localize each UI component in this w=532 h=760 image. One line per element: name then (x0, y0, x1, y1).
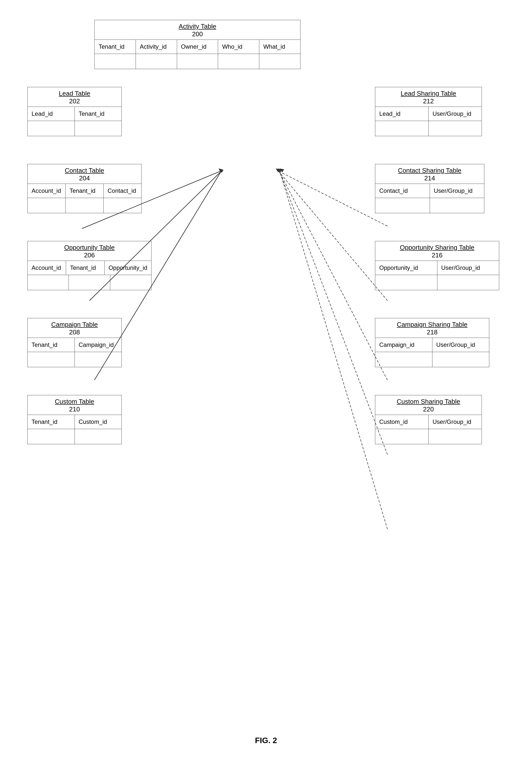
lead-table-number: 202 (29, 97, 119, 105)
activity-table-title: Activity Table (97, 23, 298, 30)
data-cell (177, 54, 218, 69)
svg-marker-4 (220, 169, 224, 173)
opportunity-sharing-table-header: Opportunity Sharing Table 216 (375, 241, 499, 261)
custom-sharing-table: Custom Sharing Table 220 Custom_id User/… (375, 395, 482, 444)
col-lead-id: Lead_id (27, 107, 75, 121)
activity-table-row (95, 54, 300, 69)
campaign-sharing-table-title: Campaign Sharing Table (377, 321, 487, 328)
data-cell (375, 352, 432, 367)
data-cell (429, 429, 482, 444)
data-cell (136, 54, 177, 69)
data-cell (27, 352, 75, 367)
data-cell (75, 121, 122, 136)
data-cell (27, 429, 75, 444)
custom-table-header: Custom Table 210 (27, 395, 121, 415)
col-owner-id: Owner_id (177, 40, 218, 54)
col-campaign-id: Campaign_id (75, 338, 122, 352)
col-user-group-id: User/Group_id (429, 107, 482, 121)
custom-table-number: 210 (29, 405, 119, 413)
campaign-table: Campaign Table 208 Tenant_id Campaign_id (27, 318, 122, 367)
col-who-id: Who_id (218, 40, 259, 54)
col-user-group-id: User/Group_id (429, 415, 482, 429)
data-cell (27, 121, 75, 136)
col-user-group-id: User/Group_id (432, 338, 489, 352)
lead-sharing-table-header: Lead Sharing Table 212 (375, 87, 482, 107)
col-lead-id: Lead_id (375, 107, 429, 121)
campaign-sharing-table-columns: Campaign_id User/Group_id (375, 338, 489, 352)
contact-table: Contact Table 204 Account_id Tenant_id C… (27, 164, 142, 213)
col-custom-id: Custom_id (375, 415, 429, 429)
opportunity-table-number: 206 (29, 252, 149, 259)
data-cell (375, 198, 430, 213)
col-user-group-id: User/Group_id (430, 184, 484, 198)
col-campaign-id: Campaign_id (375, 338, 432, 352)
data-cell (259, 54, 300, 69)
data-cell (375, 121, 429, 136)
lead-sharing-table-number: 212 (377, 97, 480, 105)
activity-table-columns: Tenant_id Activity_id Owner_id Who_id Wh… (95, 40, 300, 54)
contact-table-title: Contact Table (29, 167, 139, 174)
custom-sharing-table-row (375, 429, 482, 444)
lead-sharing-table: Lead Sharing Table 212 Lead_id User/Grou… (375, 87, 482, 136)
col-account-id: Account_id (27, 261, 66, 275)
figure-caption: FIG. 2 (255, 736, 277, 745)
col-tenant-id: Tenant_id (27, 338, 75, 352)
contact-table-number: 204 (29, 174, 139, 182)
lead-table-title: Lead Table (29, 90, 119, 97)
data-cell (430, 198, 484, 213)
data-cell (27, 275, 69, 290)
data-cell (110, 275, 151, 290)
diagram-container: Activity Table 200 Tenant_id Activity_id… (20, 10, 511, 731)
campaign-sharing-table-number: 218 (377, 328, 487, 336)
data-cell (27, 198, 66, 213)
opportunity-sharing-table: Opportunity Sharing Table 216 Opportunit… (375, 241, 499, 290)
opportunity-table-columns: Account_id Tenant_id Opportunity_id (27, 261, 151, 275)
custom-table-columns: Tenant_id Custom_id (27, 415, 121, 429)
col-custom-id: Custom_id (75, 415, 122, 429)
data-cell (75, 429, 122, 444)
svg-marker-3 (219, 168, 223, 172)
lead-table-row (27, 121, 121, 136)
col-user-group-id: User/Group_id (437, 261, 499, 275)
lead-table-columns: Lead_id Tenant_id (27, 107, 121, 121)
opportunity-sharing-table-number: 216 (377, 252, 497, 259)
svg-line-9 (280, 172, 387, 529)
svg-line-8 (280, 172, 387, 455)
lead-sharing-table-row (375, 121, 482, 136)
opportunity-table-row (27, 275, 151, 290)
activity-table-header: Activity Table 200 (95, 20, 300, 40)
campaign-table-number: 208 (29, 328, 119, 336)
svg-line-7 (279, 171, 387, 380)
lead-sharing-table-title: Lead Sharing Table (377, 90, 480, 97)
svg-marker-10 (276, 168, 280, 172)
contact-sharing-table-number: 214 (377, 174, 482, 182)
col-contact-id: Contact_id (375, 184, 430, 198)
data-cell (437, 275, 499, 290)
data-cell (95, 54, 136, 69)
activity-table: Activity Table 200 Tenant_id Activity_id… (94, 20, 300, 69)
opportunity-sharing-table-row (375, 275, 499, 290)
campaign-table-title: Campaign Table (29, 321, 119, 328)
opportunity-sharing-table-title: Opportunity Sharing Table (377, 244, 497, 252)
custom-table-title: Custom Table (29, 398, 119, 405)
col-activity-id: Activity_id (136, 40, 177, 54)
opportunity-sharing-table-columns: Opportunity_id User/Group_id (375, 261, 499, 275)
data-cell (75, 352, 122, 367)
data-cell (429, 121, 482, 136)
col-opportunity-id: Opportunity_id (105, 261, 151, 275)
data-cell (69, 275, 110, 290)
data-cell (432, 352, 489, 367)
opportunity-table-header: Opportunity Table 206 (27, 241, 151, 261)
campaign-table-columns: Tenant_id Campaign_id (27, 338, 121, 352)
svg-line-5 (278, 171, 387, 226)
contact-table-header: Contact Table 204 (27, 164, 141, 184)
custom-sharing-table-title: Custom Sharing Table (377, 398, 480, 405)
data-cell (104, 198, 141, 213)
campaign-sharing-table-header: Campaign Sharing Table 218 (375, 318, 489, 338)
custom-table-row (27, 429, 121, 444)
col-opportunity-id: Opportunity_id (375, 261, 437, 275)
contact-sharing-table-header: Contact Sharing Table 214 (375, 164, 484, 184)
opportunity-table: Opportunity Table 206 Account_id Tenant_… (27, 241, 152, 290)
data-cell (66, 198, 104, 213)
col-tenant-id: Tenant_id (75, 107, 122, 121)
